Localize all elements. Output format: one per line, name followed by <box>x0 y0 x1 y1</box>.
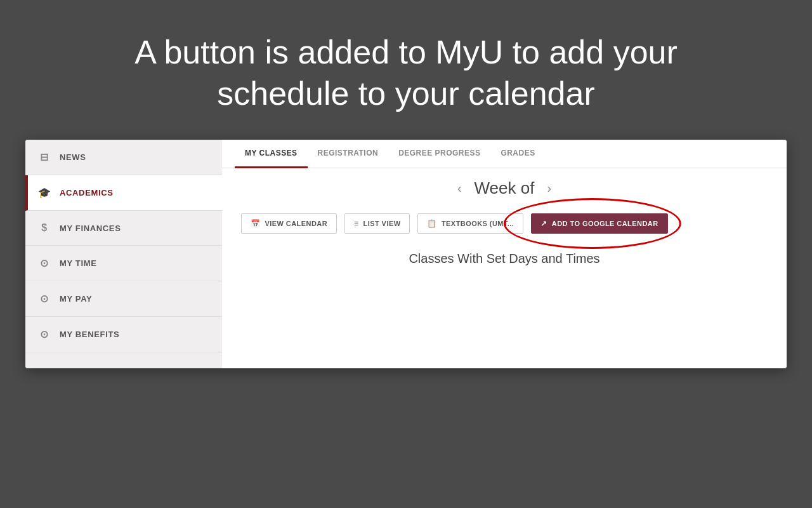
sidebar-item-my-finances[interactable]: $ MY FINANCES <box>25 211 222 246</box>
textbooks-button[interactable]: 📋 TEXTBOOKS (UMT... <box>417 213 523 234</box>
week-label: Week of <box>475 178 535 198</box>
sidebar-item-label: MY BENEFITS <box>60 330 119 339</box>
sidebar-item-label: NEWS <box>60 152 86 162</box>
view-calendar-button[interactable]: 📅 VIEW CALENDAR <box>241 213 337 234</box>
sidebar-item-label: MY FINANCES <box>60 224 121 233</box>
action-buttons-row: 📅 VIEW CALENDAR ≡ LIST VIEW 📋 TEXTBOOKS … <box>222 208 787 239</box>
main-content: MY CLASSES REGISTRATION DEGREE PROGRESS … <box>222 140 787 368</box>
external-link-icon: ↗ <box>540 219 547 228</box>
list-view-button[interactable]: ≡ LIST VIEW <box>344 213 410 234</box>
finances-icon: $ <box>38 222 51 234</box>
pay-icon: ⊙ <box>38 293 51 305</box>
sidebar-item-academics[interactable]: 🎓 ACADEMICS <box>25 175 222 211</box>
sidebar-item-my-benefits[interactable]: ⊙ MY BENEFITS <box>25 317 222 352</box>
tab-registration[interactable]: REGISTRATION <box>308 140 389 168</box>
tab-grades[interactable]: GRADES <box>490 140 545 168</box>
sidebar-item-my-time[interactable]: ⊙ MY TIME <box>25 246 222 281</box>
news-icon: ⊟ <box>38 151 51 163</box>
screenshot-window: ⊟ NEWS 🎓 ACADEMICS $ MY FINANCES ⊙ MY TI… <box>25 140 787 368</box>
calendar-icon: 📅 <box>251 219 260 228</box>
tabs-bar: MY CLASSES REGISTRATION DEGREE PROGRESS … <box>222 140 787 168</box>
google-calendar-button-wrapper: ↗ ADD TO GOOGLE CALENDAR <box>531 213 667 234</box>
textbooks-icon: 📋 <box>427 219 436 228</box>
sidebar-item-label: MY TIME <box>60 258 96 268</box>
next-week-arrow[interactable]: › <box>547 181 551 196</box>
sidebar-item-news[interactable]: ⊟ NEWS <box>25 140 222 175</box>
tab-my-classes[interactable]: MY CLASSES <box>235 140 308 168</box>
list-icon: ≡ <box>354 219 358 228</box>
classes-section: Classes With Set Days and Times <box>222 239 787 279</box>
academics-icon: 🎓 <box>38 187 51 199</box>
benefits-icon: ⊙ <box>38 328 51 340</box>
classes-section-title: Classes With Set Days and Times <box>241 251 768 266</box>
sidebar: ⊟ NEWS 🎓 ACADEMICS $ MY FINANCES ⊙ MY TI… <box>25 140 222 368</box>
add-to-google-calendar-button[interactable]: ↗ ADD TO GOOGLE CALENDAR <box>531 213 667 234</box>
prev-week-arrow[interactable]: ‹ <box>457 181 462 196</box>
headline: A button is added to MyU to add your sch… <box>0 0 812 140</box>
week-nav: ‹ Week of › <box>222 168 787 208</box>
sidebar-item-my-pay[interactable]: ⊙ MY PAY <box>25 281 222 317</box>
time-icon: ⊙ <box>38 257 51 269</box>
sidebar-item-label: MY PAY <box>60 294 92 304</box>
sidebar-item-label: ACADEMICS <box>60 188 114 197</box>
tab-degree-progress[interactable]: DEGREE PROGRESS <box>388 140 490 168</box>
